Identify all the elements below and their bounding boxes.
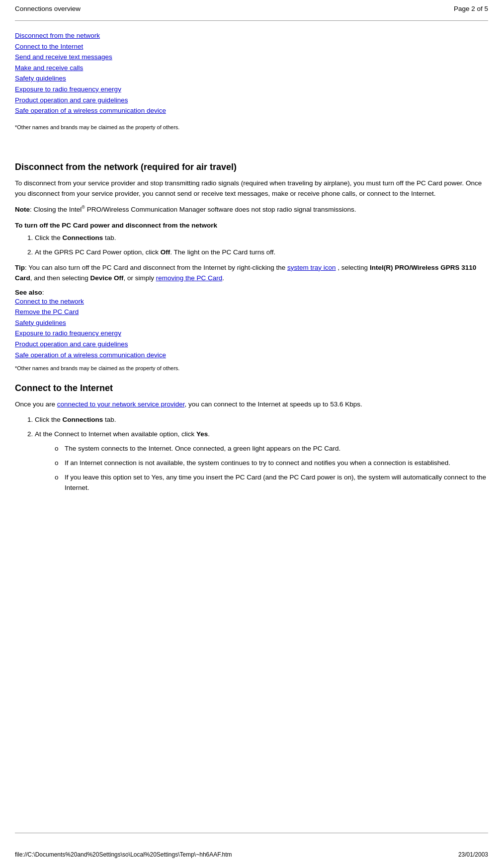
section2-body1: Once you are connected to your network s… bbox=[15, 399, 488, 410]
toc-link-product[interactable]: Product operation and care guidelines bbox=[15, 95, 488, 106]
header-divider bbox=[15, 20, 488, 21]
section2-pre: Once you are bbox=[15, 400, 57, 408]
footer-area: file://C:\Documents%20and%20Settings\so\… bbox=[15, 831, 488, 858]
footnote-1: *Other names and brands may be claimed a… bbox=[15, 124, 488, 130]
inet-step2-bold: Yes bbox=[196, 430, 208, 438]
inet-step1-end: tab. bbox=[103, 416, 116, 423]
see-also-label1: See also bbox=[15, 289, 42, 296]
toc-link-safe-op[interactable]: Safe operation of a wireless communicati… bbox=[15, 105, 488, 116]
note-label: Note bbox=[15, 205, 30, 213]
inet-step1: Click the Connections tab. bbox=[35, 415, 488, 425]
toc-link-calls[interactable]: Make and receive calls bbox=[15, 63, 488, 74]
footer-bar: file://C:\Documents%20and%20Settings\so\… bbox=[15, 848, 488, 858]
system-tray-link[interactable]: system tray icon bbox=[287, 264, 336, 271]
inet-step2-pre: At the Connect to Internet when availabl… bbox=[35, 430, 196, 438]
step1-bold: Connections bbox=[63, 234, 103, 241]
sub-items-list: The system connects to the Internet. Onc… bbox=[55, 444, 488, 493]
connected-link[interactable]: connected to your network service provid… bbox=[57, 400, 185, 408]
step1: Click the Connections tab. bbox=[35, 233, 488, 243]
toc-section: Disconnect from the network Connect to t… bbox=[15, 23, 488, 116]
see-also-links1: Connect to the network Remove the PC Car… bbox=[15, 296, 488, 361]
see-also-link-network[interactable]: Connect to the network bbox=[15, 296, 488, 307]
internet-steps: Click the Connections tab. At the Connec… bbox=[35, 415, 488, 493]
section1-note: Note: Closing the Intel® PRO/Wireless Co… bbox=[15, 204, 488, 215]
section2-heading: Connect to the Internet bbox=[15, 383, 488, 394]
sub-item-0: The system connects to the Internet. Onc… bbox=[55, 444, 488, 454]
header-bar: Connections overview Page 2 of 5 bbox=[15, 5, 488, 15]
section1-body1: To disconnect from your service provider… bbox=[15, 178, 488, 199]
step1-pre: Click the bbox=[35, 234, 63, 241]
sub-item-1: If an Internet connection is not availab… bbox=[55, 458, 488, 469]
step1-end: tab. bbox=[103, 234, 116, 241]
footer-divider bbox=[15, 833, 488, 833]
tip-text: Tip: You can also turn off the PC Card a… bbox=[15, 263, 488, 284]
see-also-link-safe-op[interactable]: Safe operation of a wireless communicati… bbox=[15, 350, 488, 361]
tip-mid3: , or simply bbox=[123, 274, 156, 282]
tip-mid1: , selecting bbox=[336, 264, 370, 271]
footnote-2: *Other names and brands may be claimed a… bbox=[15, 365, 488, 371]
remove-pc-card-link[interactable]: removing the PC Card bbox=[156, 274, 223, 282]
page-title: Connections overview bbox=[15, 5, 81, 12]
step2-pre: At the GPRS PC Card Power option, click bbox=[35, 248, 161, 256]
see-also-link-product[interactable]: Product operation and care guidelines bbox=[15, 339, 488, 350]
see-also-link-radio[interactable]: Exposure to radio frequency energy bbox=[15, 328, 488, 339]
note-text-part1: : Closing the Intel bbox=[30, 205, 82, 213]
see-also-section1: See also: Connect to the network Remove … bbox=[15, 289, 488, 361]
toc-link-internet[interactable]: Connect to the Internet bbox=[15, 41, 488, 52]
note-text-part2: PRO/Wireless Communication Manager softw… bbox=[85, 205, 356, 213]
tip-end: . bbox=[222, 274, 224, 282]
section2-post: , you can connect to the Internet at spe… bbox=[184, 400, 362, 408]
toc-link-disconnect[interactable]: Disconnect from the network bbox=[15, 30, 488, 41]
tip-pre: : You can also turn off the PC Card and … bbox=[25, 264, 287, 271]
step2: At the GPRS PC Card Power option, click … bbox=[35, 247, 488, 258]
turn-off-heading: To turn off the PC Card power and discon… bbox=[15, 222, 488, 229]
step2-end: . The light on the PC Card turns off. bbox=[170, 248, 275, 256]
page-number: Page 2 of 5 bbox=[454, 5, 488, 12]
see-also-colon: : bbox=[42, 289, 44, 296]
tip-mid2: , and then selecting bbox=[30, 274, 90, 282]
inet-step2: At the Connect to Internet when availabl… bbox=[35, 429, 488, 493]
see-also-link-safety[interactable]: Safety guidelines bbox=[15, 317, 488, 328]
sub-item-2: If you leave this option set to Yes, any… bbox=[55, 473, 488, 493]
disconnect-steps: Click the Connections tab. At the GPRS P… bbox=[35, 233, 488, 258]
inet-step1-pre: Click the bbox=[35, 416, 63, 423]
step2-bold: Off bbox=[161, 248, 170, 256]
toc-link-safety[interactable]: Safety guidelines bbox=[15, 73, 488, 84]
toc-link-sms[interactable]: Send and receive text messages bbox=[15, 52, 488, 63]
toc-link-radio[interactable]: Exposure to radio frequency energy bbox=[15, 84, 488, 95]
tip-bold2: Device Off bbox=[90, 274, 124, 282]
section1-heading: Disconnect from the network (required fo… bbox=[15, 162, 488, 172]
footer-path: file://C:\Documents%20and%20Settings\so\… bbox=[15, 851, 232, 858]
registered-mark: ® bbox=[82, 205, 85, 210]
see-also-link-remove[interactable]: Remove the PC Card bbox=[15, 307, 488, 317]
inet-step1-bold: Connections bbox=[63, 416, 103, 423]
inet-step2-end: . bbox=[208, 430, 210, 438]
footer-date: 23/01/2003 bbox=[458, 851, 488, 858]
page-wrapper: Connections overview Page 2 of 5 Disconn… bbox=[0, 0, 503, 868]
tip-label: Tip bbox=[15, 264, 25, 271]
